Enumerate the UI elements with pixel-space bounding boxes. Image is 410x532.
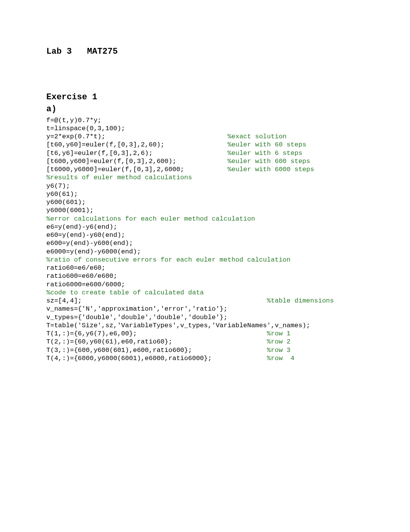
code-text: T=table('Size',sz,'VariableTypes',v_type… xyxy=(46,322,310,329)
code-comment: %row 4 xyxy=(267,355,294,362)
code-text: ratio6000=e600/6000; xyxy=(46,281,125,288)
subsection-heading: a) xyxy=(46,104,364,115)
code-text: [t6,y6]=euler(f,[0,3],2,6); xyxy=(46,150,152,157)
exercise-heading: Exercise 1 xyxy=(46,92,364,103)
code-text: y600(601); xyxy=(46,199,86,206)
code-text: T(1,:)={6,y6(7),e6,00}; xyxy=(46,330,137,337)
code-comment: %code to create table of calculated data xyxy=(46,289,204,296)
code-comment: %results of euler method calculations xyxy=(46,174,192,181)
code-text: y60(61); xyxy=(46,190,78,198)
code-text: y=2*exp(0.7*t); xyxy=(46,133,105,140)
code-text: t=linspace(0,3,100); xyxy=(46,125,125,132)
code-text: [t60,y60]=euler(f,[0,3],2,60); xyxy=(46,141,164,148)
code-comment: %euler with 6000 steps xyxy=(227,166,314,173)
code-comment: %row 1 xyxy=(267,330,290,337)
code-text: y6(7); xyxy=(46,182,70,190)
code-text: [t600,y600]=euler(f,[0,3],2,600); xyxy=(46,158,176,165)
code-comment: %euler with 6 steps xyxy=(227,150,302,157)
code-text: v_names={'N','approximation','error','ra… xyxy=(46,305,227,313)
code-comment: %error calculations for each euler metho… xyxy=(46,215,255,223)
code-text: ratio600=e60/e600; xyxy=(46,272,117,280)
code-comment: %exact solution xyxy=(227,133,286,140)
code-text: e6000=y(end)-y6000(end); xyxy=(46,248,141,255)
code-text: e600=y(end)-y600(end); xyxy=(46,240,133,247)
code-comment: %euler with 600 steps xyxy=(227,158,310,165)
code-text: e6=y(end)-y6(end); xyxy=(46,223,117,231)
code-text: y6000(6001); xyxy=(46,207,93,214)
code-comment: %ratio of consecutive errors for each eu… xyxy=(46,256,291,263)
code-text: T(2,:)={60,y60(61),e60,ratio60}; xyxy=(46,338,172,345)
code-text: T(3,:)={600,y600(601),e600,ratio600}; xyxy=(46,347,192,354)
code-block: f=@(t,y)0.7*y; t=linspace(0,3,100); y=2*… xyxy=(46,116,364,363)
page-title: Lab 3 MAT275 xyxy=(46,46,364,57)
code-comment: %row 2 xyxy=(267,338,290,345)
code-text: e60=y(end)-y60(end); xyxy=(46,231,125,239)
code-text: ratio60=e6/e60; xyxy=(46,264,105,272)
code-text: sz=[4,4]; xyxy=(46,297,82,304)
code-text: [t6000,y6000]=euler(f,[0,3],2,6000; xyxy=(46,166,184,173)
code-comment: %table dimensions xyxy=(267,297,334,304)
code-comment: %euler with 60 steps xyxy=(227,141,306,148)
code-text: f=@(t,y)0.7*y; xyxy=(46,117,102,124)
code-text: v_types={'double','double','double','dou… xyxy=(46,314,227,321)
document-page: Lab 3 MAT275 Exercise 1 a) f=@(t,y)0.7*y… xyxy=(0,0,410,532)
code-comment: %row 3 xyxy=(267,347,290,354)
code-text: T(4,:)={6000,y6000(6001),e6000,ratio6000… xyxy=(46,355,212,362)
